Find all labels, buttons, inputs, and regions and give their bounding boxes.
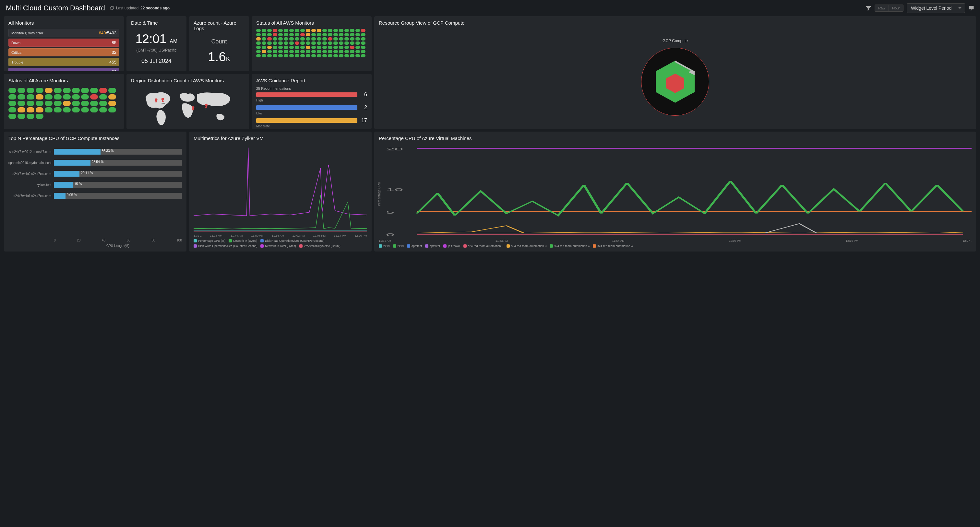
status-dot[interactable] xyxy=(81,107,89,113)
export-icon[interactable] xyxy=(968,5,974,11)
status-dot[interactable] xyxy=(295,46,299,49)
status-dot[interactable] xyxy=(63,101,71,106)
status-dot[interactable] xyxy=(339,29,344,32)
status-dot[interactable] xyxy=(278,46,283,49)
status-dot[interactable] xyxy=(262,33,266,36)
status-dot[interactable] xyxy=(90,94,98,100)
status-dot[interactable] xyxy=(45,88,52,93)
row-critical[interactable]: Critical 32 xyxy=(8,48,119,56)
status-dot[interactable] xyxy=(295,37,299,41)
status-dot[interactable] xyxy=(99,107,107,113)
status-dot[interactable] xyxy=(328,50,332,53)
status-dot[interactable] xyxy=(300,46,305,49)
status-dot[interactable] xyxy=(8,88,16,93)
status-dot[interactable] xyxy=(262,41,266,45)
period-select[interactable]: Widget Level Period xyxy=(907,3,965,13)
status-dot[interactable] xyxy=(256,41,261,45)
status-dot[interactable] xyxy=(289,50,294,53)
status-dot[interactable] xyxy=(344,29,349,32)
status-dot[interactable] xyxy=(278,29,283,32)
status-dot[interactable] xyxy=(8,114,16,119)
widget-azure-count[interactable]: Azure count - Azure Logs Count 1.6K xyxy=(189,16,249,71)
status-dot[interactable] xyxy=(300,50,305,53)
status-dot[interactable] xyxy=(322,41,327,45)
status-dot[interactable] xyxy=(328,41,332,45)
status-dot[interactable] xyxy=(333,54,338,57)
status-dot[interactable] xyxy=(361,29,366,32)
widget-aws-status[interactable]: Status of All AWS Monitors xyxy=(251,16,372,71)
status-dot[interactable] xyxy=(322,50,327,53)
status-dot[interactable] xyxy=(90,88,98,93)
status-dot[interactable] xyxy=(262,50,266,53)
status-dot[interactable] xyxy=(36,94,43,100)
status-dot[interactable] xyxy=(339,46,344,49)
legend-item[interactable]: s24-red-team-automation-4 xyxy=(593,244,633,248)
status-dot[interactable] xyxy=(108,88,116,93)
status-dot[interactable] xyxy=(311,50,316,53)
status-dot[interactable] xyxy=(36,88,43,93)
status-dot[interactable] xyxy=(350,33,355,36)
status-dot[interactable] xyxy=(317,46,321,49)
row-monitors-error[interactable]: Monitor(s) with error 640/5403 xyxy=(8,29,119,37)
status-dot[interactable] xyxy=(350,37,355,41)
status-dot[interactable] xyxy=(99,88,107,93)
status-dot[interactable] xyxy=(350,54,355,57)
status-dot[interactable] xyxy=(311,29,316,32)
status-dot[interactable] xyxy=(267,41,272,45)
status-dot[interactable] xyxy=(284,46,288,49)
legend-item[interactable]: Disk Write Operations/Sec (CountPerSecon… xyxy=(194,244,257,248)
status-dot[interactable] xyxy=(278,37,283,41)
status-dot[interactable] xyxy=(311,33,316,36)
status-dot[interactable] xyxy=(322,46,327,49)
status-dot[interactable] xyxy=(339,33,344,36)
status-dot[interactable] xyxy=(300,54,305,57)
legend-item[interactable]: Network In (Bytes) xyxy=(229,239,257,243)
status-dot[interactable] xyxy=(306,33,310,36)
status-dot[interactable] xyxy=(99,94,107,100)
status-dot[interactable] xyxy=(284,54,288,57)
status-dot[interactable] xyxy=(355,29,360,32)
row-maintenance[interactable]: Maintenance 68 xyxy=(8,68,119,71)
status-dot[interactable] xyxy=(361,37,366,41)
widget-aws-guidance[interactable]: AWS Guidance Report 25 Recommendations 6… xyxy=(251,74,372,129)
status-dot[interactable] xyxy=(72,107,80,113)
legend-item[interactable]: s24-red-team-automation-3 xyxy=(463,244,503,248)
status-dot[interactable] xyxy=(328,33,332,36)
status-dot[interactable] xyxy=(322,29,327,32)
status-dot[interactable] xyxy=(90,101,98,106)
status-dot[interactable] xyxy=(256,54,261,57)
status-dot[interactable] xyxy=(18,101,25,106)
status-dot[interactable] xyxy=(27,101,34,106)
bar-row[interactable]: site24x7-w2012.eems47.com36.33 % xyxy=(8,149,182,155)
status-dot[interactable] xyxy=(63,94,71,100)
status-dot[interactable] xyxy=(361,50,366,53)
status-dot[interactable] xyxy=(344,46,349,49)
seg-raw[interactable]: Raw xyxy=(875,5,889,11)
status-dot[interactable] xyxy=(63,88,71,93)
status-dot[interactable] xyxy=(72,94,80,100)
status-dot[interactable] xyxy=(289,54,294,57)
rec-moderate[interactable]: 17 Moderate xyxy=(256,117,367,128)
status-dot[interactable] xyxy=(339,37,344,41)
status-dot[interactable] xyxy=(267,33,272,36)
status-dot[interactable] xyxy=(99,101,107,106)
last-updated[interactable]: Last updated 22 seconds ago xyxy=(110,6,170,10)
status-dot[interactable] xyxy=(295,50,299,53)
status-dot[interactable] xyxy=(278,33,283,36)
status-dot[interactable] xyxy=(256,46,261,49)
status-dot[interactable] xyxy=(273,33,277,36)
status-dot[interactable] xyxy=(108,107,116,113)
status-dot[interactable] xyxy=(328,29,332,32)
bar-row[interactable]: zylker-test15 % xyxy=(8,182,182,188)
status-dot[interactable] xyxy=(361,46,366,49)
status-dot[interactable] xyxy=(339,54,344,57)
widget-multimetrics[interactable]: Multimetrics for Azure Zylker VM 1:32 ..… xyxy=(189,132,372,251)
status-dot[interactable] xyxy=(311,41,316,45)
status-dot[interactable] xyxy=(284,29,288,32)
status-dot[interactable] xyxy=(36,107,43,113)
status-dot[interactable] xyxy=(317,29,321,32)
widget-topn-cpu[interactable]: Top N Percentage CPU of GCP Compute Inst… xyxy=(4,132,186,251)
status-dot[interactable] xyxy=(350,46,355,49)
filter-icon[interactable] xyxy=(865,5,871,11)
widget-gcp-view[interactable]: Resource Group View of GCP Compute GCP C… xyxy=(374,16,976,129)
